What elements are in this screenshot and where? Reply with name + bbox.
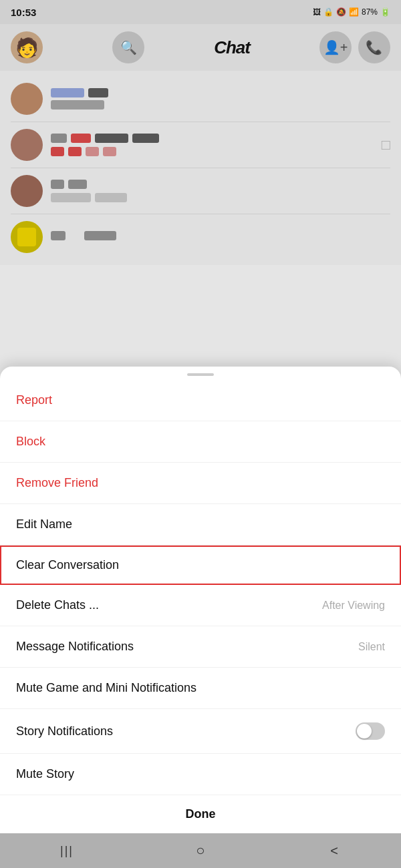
blur3 (51, 193, 91, 202)
photo-icon: 🖼 (313, 7, 321, 17)
message-notifications-label: Message Notifications (16, 640, 134, 654)
report-button[interactable]: Report (0, 380, 401, 421)
avatar (11, 83, 43, 115)
avatar (11, 129, 43, 161)
search-button[interactable]: 🔍 (112, 31, 144, 63)
done-label: Done (186, 807, 216, 821)
remove-friend-label: Remove Friend (16, 476, 98, 490)
status-bar: 10:53 🖼 🔒 🔕 📶 87% 🔋 (0, 0, 401, 24)
mute-icon: 🔕 (336, 7, 346, 17)
blur4 (95, 193, 127, 202)
home-button[interactable]: ○ (184, 837, 217, 864)
story-notifications-toggle[interactable] (356, 722, 385, 740)
signal-icon: 📶 (349, 7, 359, 17)
bottom-nav-bar: ||| ○ < (0, 833, 401, 868)
chat-info (51, 88, 390, 110)
report-label: Report (16, 393, 52, 407)
chat-info (51, 134, 374, 156)
message-notifications-button[interactable]: Message Notifications Silent (0, 626, 401, 668)
battery-text: 87% (362, 7, 378, 17)
list-item[interactable] (0, 214, 401, 260)
home-icon: ○ (196, 842, 205, 859)
blur5 (51, 147, 64, 156)
back-button[interactable]: < (317, 837, 351, 864)
back-icon: < (330, 843, 338, 859)
chat-list: □ (0, 71, 401, 265)
blur2 (71, 134, 91, 143)
top-nav: 🧑 🔍 Chat 👤+ 📞 (0, 24, 401, 71)
blur7 (86, 147, 99, 156)
chat-info (51, 231, 390, 243)
delete-chats-value: After Viewing (322, 600, 385, 612)
chat-info (51, 180, 390, 202)
lock-icon: 🔒 (323, 7, 333, 17)
edit-name-label: Edit Name (16, 517, 72, 531)
message-notifications-value: Silent (358, 641, 385, 653)
blur1 (51, 231, 65, 240)
blur4 (132, 134, 159, 143)
mute-story-label: Mute Story (16, 767, 74, 781)
add-friend-icon: 👤+ (323, 39, 348, 55)
mute-game-label: Mute Game and Mini Notifications (16, 681, 196, 695)
name-blur (51, 88, 84, 97)
delete-chats-button[interactable]: Delete Chats ... After Viewing (0, 585, 401, 626)
nav-actions: 👤+ 📞 (319, 31, 390, 63)
edit-name-button[interactable]: Edit Name (0, 504, 401, 546)
name-blur2 (88, 88, 108, 97)
list-item[interactable] (0, 76, 401, 122)
blur1 (51, 180, 64, 189)
blur8 (103, 147, 116, 156)
mute-game-notifications-button[interactable]: Mute Game and Mini Notifications (0, 668, 401, 709)
battery-icon: 🔋 (380, 7, 390, 17)
blur3 (95, 134, 128, 143)
chat-action-icon: □ (382, 136, 390, 154)
menu-button[interactable]: ||| (50, 837, 84, 864)
avatar (11, 221, 43, 253)
call-icon: 📞 (366, 39, 382, 55)
search-icon: 🔍 (120, 39, 137, 55)
remove-friend-button[interactable]: Remove Friend (0, 463, 401, 504)
list-item[interactable] (0, 168, 401, 214)
sheet-handle (187, 373, 214, 376)
story-notifications-label: Story Notifications (16, 724, 113, 738)
call-button[interactable]: 📞 (358, 31, 390, 63)
done-button[interactable]: Done (0, 795, 401, 833)
menu-icon: ||| (60, 844, 74, 858)
block-label: Block (16, 435, 45, 449)
clear-conversation-button[interactable]: Clear Conversation (0, 546, 401, 585)
status-icons: 🖼 🔒 🔕 📶 87% 🔋 (313, 7, 390, 17)
blur6 (68, 147, 82, 156)
delete-chats-label: Delete Chats ... (16, 598, 99, 612)
story-notifications-row[interactable]: Story Notifications (0, 709, 401, 754)
list-item[interactable]: □ (0, 122, 401, 168)
mute-story-button[interactable]: Mute Story (0, 754, 401, 795)
toggle-knob (357, 724, 372, 738)
status-time: 10:53 (11, 7, 36, 18)
page-title: Chat (214, 37, 250, 58)
clear-conversation-label: Clear Conversation (16, 558, 119, 572)
user-avatar[interactable]: 🧑 (11, 31, 43, 63)
add-friend-button[interactable]: 👤+ (319, 31, 352, 63)
block-button[interactable]: Block (0, 421, 401, 463)
blur2 (68, 180, 87, 189)
avatar (11, 175, 43, 207)
blur2 (84, 231, 116, 240)
preview-blur (51, 100, 104, 110)
context-menu-sheet: Report Block Remove Friend Edit Name Cle… (0, 367, 401, 833)
blur1 (51, 134, 67, 143)
